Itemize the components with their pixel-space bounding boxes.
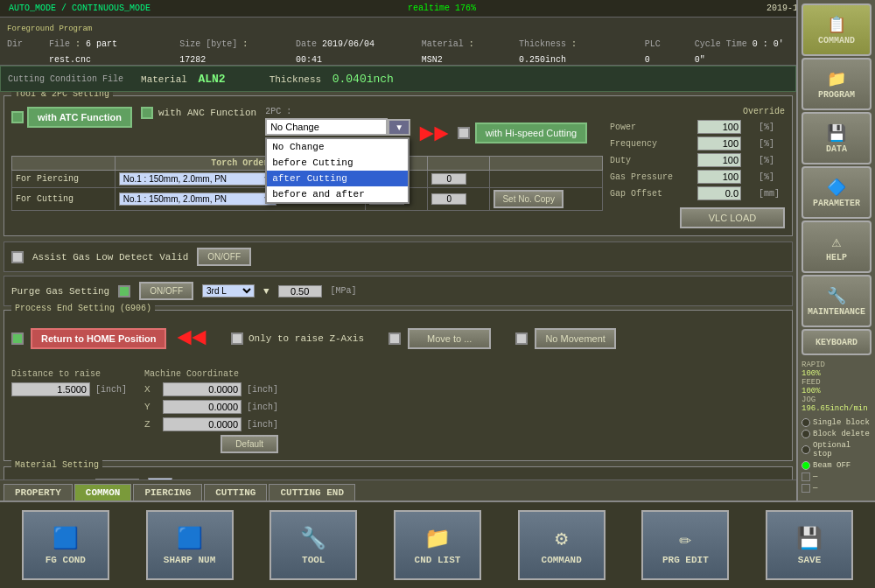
sidebar-parameter-btn[interactable]: 🔷 PARAMETER (802, 166, 872, 219)
option-dash1[interactable]: — (802, 472, 872, 481)
sidebar-parameter-label: PARAMETER (813, 199, 860, 208)
single-block-option[interactable]: Single block (802, 418, 872, 427)
purge-gas-row: Purge Gas Setting ON/OFF 3rd L 1st L 2nd… (4, 276, 793, 306)
parameter-icon: 🔷 (827, 178, 846, 197)
thickness-header-label: Thickness (519, 39, 566, 49)
command-toolbar-label: COMMAND (542, 555, 582, 565)
home-position-btn[interactable]: Return to HOME Position (31, 328, 166, 349)
sidebar-help-btn[interactable]: ⚠️ HELP (802, 220, 872, 273)
fgcond-icon: 🟦 (52, 526, 79, 551)
sidebar-program-btn[interactable]: 📁 PROGRAM (802, 58, 872, 110)
plc-value: 0 (645, 55, 650, 65)
purge-gas-onoff-btn[interactable]: ON/OFF (139, 282, 193, 300)
piercing-nozzle-num[interactable] (431, 173, 466, 185)
save-btn[interactable]: 💾 SAVE (766, 510, 853, 580)
col-header-empty (12, 157, 116, 171)
prgedit-icon: ✏️ (679, 526, 691, 551)
default-btn[interactable]: Default (220, 435, 278, 453)
duty-input[interactable] (697, 153, 741, 167)
tab-cutting-end[interactable]: CUTTING END (269, 484, 355, 500)
vlcload-btn[interactable]: VLC LOAD (680, 207, 785, 228)
nomovement-checkbox[interactable] (515, 332, 528, 345)
distance-input[interactable] (11, 382, 90, 396)
x-input[interactable] (163, 382, 242, 396)
beam-off-radio (802, 461, 810, 470)
hispeed-row: with Hi-speed Cutting (458, 122, 588, 144)
piercing-select[interactable]: No.1 : 150mm, 2.0mm, PN (119, 172, 276, 186)
purge-dropdown-arrow: ▼ (263, 286, 270, 297)
optional-stop-option[interactable]: Optional stop (802, 441, 872, 458)
cndlist-btn[interactable]: 📁 CND LIST (394, 510, 481, 580)
cutting-nozzle-num[interactable] (431, 193, 466, 205)
purge-gas-checkbox[interactable] (118, 285, 130, 298)
sidebar-data-btn[interactable]: 💾 DATA (802, 112, 872, 164)
beam-off-option[interactable]: Beam OFF (802, 461, 872, 470)
home-checkbox[interactable] (11, 332, 24, 345)
tab-property[interactable]: PROPERTY (4, 484, 73, 500)
moveto-checkbox[interactable] (388, 332, 401, 345)
optional-stop-radio (802, 445, 810, 454)
sidebar-maintenance-btn[interactable]: 🔧 MAINTENANCE (802, 275, 872, 327)
tab-cutting[interactable]: CUTTING (204, 484, 267, 500)
dash2-label: — (813, 484, 817, 493)
purge-gas-select[interactable]: 3rd L 1st L 2nd L 4th L (202, 284, 255, 298)
material-cond-value: ALN2 (198, 73, 225, 86)
sidebar-keyboard-btn[interactable]: KEYBOARD (802, 329, 872, 355)
single-block-radio (802, 418, 810, 427)
sidebar-command-btn[interactable]: 📋 COMMAND (802, 4, 872, 56)
hispeed-btn[interactable]: with Hi-speed Cutting (475, 122, 588, 144)
tab-piercing[interactable]: PIERCING (133, 484, 202, 500)
freq-input[interactable] (697, 136, 741, 150)
x-label: X (144, 384, 158, 395)
gapoffset-input[interactable] (697, 186, 741, 200)
gaspressure-input[interactable] (697, 170, 741, 184)
y-label: Y (144, 402, 158, 412)
setnocopy-btn[interactable]: Set No. Copy (494, 190, 563, 208)
nomovement-btn[interactable]: No Movement (535, 328, 615, 349)
twopc-option-after[interactable]: after Cutting (267, 171, 408, 186)
raisez-checkbox[interactable] (231, 332, 243, 345)
anc-checkbox[interactable] (141, 107, 153, 119)
jog-label: JOG (802, 396, 872, 404)
tool-label: TOOL (302, 555, 325, 565)
twopc-option-before[interactable]: before Cutting (267, 155, 408, 171)
twopc-option-nochange[interactable]: No Change (267, 139, 408, 155)
hispeed-checkbox[interactable] (458, 127, 470, 139)
data-icon: 💾 (827, 123, 846, 143)
process-red-arrow-icon: ◄◄ (177, 325, 206, 352)
atc-checkbox[interactable] (11, 111, 24, 123)
realtime-label: realtime 176% (408, 4, 476, 13)
power-input[interactable] (697, 120, 741, 134)
material-cond-label: Material (141, 74, 187, 85)
atc-function-btn[interactable]: with ATC Function (27, 107, 132, 128)
fgcond-btn[interactable]: 🟦 FG COND (22, 510, 109, 580)
size-label: Size [byte] (179, 39, 237, 49)
assist-gas-checkbox[interactable] (11, 251, 24, 263)
dir-label: Dir (7, 39, 23, 49)
cycletime-label: Cycle Time (695, 39, 747, 49)
option-dash2[interactable]: — (802, 484, 872, 493)
z-input[interactable] (163, 417, 242, 431)
block-delete-option[interactable]: Block delete (802, 430, 872, 438)
y-input[interactable] (163, 400, 242, 414)
sharpnum-btn[interactable]: 🟦 SHARP NUM (146, 510, 234, 580)
freq-unit: [%] (759, 139, 785, 149)
help-icon: ⚠️ (832, 232, 842, 251)
twopc-option-beforeafter[interactable]: before and after (267, 186, 408, 202)
prgedit-btn[interactable]: ✏️ PRG EDIT (641, 510, 729, 580)
twopc-label: 2PC : (265, 107, 410, 116)
raisez-label: Only to raise Z-Axis (248, 333, 364, 344)
twopc-input[interactable] (265, 118, 388, 136)
twopc-dropdown-btn[interactable]: ▼ (388, 119, 410, 136)
assist-gas-onoff-btn[interactable]: ON/OFF (197, 248, 251, 266)
purge-value-input[interactable] (278, 285, 322, 298)
purge-gas-label: Purge Gas Setting (11, 286, 109, 297)
feed-value: 100% (802, 387, 872, 396)
machine-coord-section: Machine Coordinate X [inch] Y [inch] Z (144, 369, 278, 453)
twopc-dropdown-wrapper: ▼ No Change before Cutting after Cutting… (265, 118, 410, 136)
tool-btn[interactable]: 🔧 TOOL (270, 510, 357, 580)
tab-common[interactable]: COMMON (74, 484, 132, 500)
cutting-select[interactable]: No.1 : 150mm, 2.0mm, PN (119, 192, 276, 206)
moveto-btn[interactable]: Move to ... (408, 328, 491, 349)
command-toolbar-btn[interactable]: ⚙️ COMMAND (518, 510, 606, 580)
